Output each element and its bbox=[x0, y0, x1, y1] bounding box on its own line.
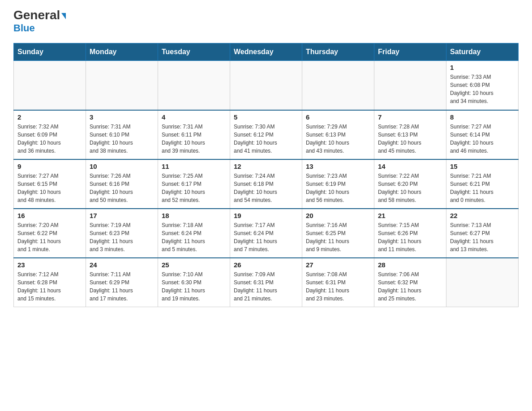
calendar-cell bbox=[14, 61, 86, 110]
day-number: 18 bbox=[162, 212, 226, 219]
calendar-header-friday: Friday bbox=[374, 43, 446, 61]
calendar-cell: 12Sunrise: 7:24 AM Sunset: 6:18 PM Dayli… bbox=[230, 159, 302, 209]
calendar-cell bbox=[374, 61, 446, 110]
calendar-cell: 18Sunrise: 7:18 AM Sunset: 6:24 PM Dayli… bbox=[158, 209, 230, 258]
calendar-cell: 3Sunrise: 7:31 AM Sunset: 6:10 PM Daylig… bbox=[86, 110, 158, 159]
calendar-cell: 19Sunrise: 7:17 AM Sunset: 6:24 PM Dayli… bbox=[230, 209, 302, 258]
day-number: 1 bbox=[450, 64, 515, 71]
day-number: 24 bbox=[90, 261, 154, 269]
calendar-week-row: 16Sunrise: 7:20 AM Sunset: 6:22 PM Dayli… bbox=[14, 209, 519, 258]
day-info: Sunrise: 7:24 AM Sunset: 6:18 PM Dayligh… bbox=[234, 172, 298, 204]
calendar-cell bbox=[230, 61, 302, 110]
calendar-cell: 11Sunrise: 7:25 AM Sunset: 6:17 PM Dayli… bbox=[158, 159, 230, 209]
day-number: 17 bbox=[90, 212, 154, 219]
day-info: Sunrise: 7:31 AM Sunset: 6:11 PM Dayligh… bbox=[162, 123, 226, 155]
day-info: Sunrise: 7:17 AM Sunset: 6:24 PM Dayligh… bbox=[234, 221, 298, 253]
day-info: Sunrise: 7:18 AM Sunset: 6:24 PM Dayligh… bbox=[162, 221, 226, 253]
day-number: 19 bbox=[234, 212, 298, 219]
day-number: 10 bbox=[90, 163, 154, 170]
calendar-cell: 4Sunrise: 7:31 AM Sunset: 6:11 PM Daylig… bbox=[158, 110, 230, 159]
calendar-cell: 1Sunrise: 7:33 AM Sunset: 6:08 PM Daylig… bbox=[446, 61, 519, 110]
day-number: 3 bbox=[90, 113, 154, 121]
page-header: General Blue bbox=[13, 9, 519, 34]
calendar-cell: 8Sunrise: 7:27 AM Sunset: 6:14 PM Daylig… bbox=[446, 110, 519, 159]
day-info: Sunrise: 7:15 AM Sunset: 6:26 PM Dayligh… bbox=[378, 221, 442, 253]
day-number: 23 bbox=[17, 261, 82, 269]
calendar-header-tuesday: Tuesday bbox=[158, 43, 230, 61]
day-info: Sunrise: 7:30 AM Sunset: 6:12 PM Dayligh… bbox=[234, 123, 298, 155]
day-info: Sunrise: 7:19 AM Sunset: 6:23 PM Dayligh… bbox=[90, 221, 154, 253]
day-info: Sunrise: 7:31 AM Sunset: 6:10 PM Dayligh… bbox=[90, 123, 154, 155]
day-number: 20 bbox=[306, 212, 370, 219]
day-number: 21 bbox=[378, 212, 442, 219]
day-number: 16 bbox=[17, 212, 82, 219]
calendar-cell: 22Sunrise: 7:13 AM Sunset: 6:27 PM Dayli… bbox=[446, 209, 519, 258]
calendar-cell: 14Sunrise: 7:22 AM Sunset: 6:20 PM Dayli… bbox=[374, 159, 446, 209]
day-info: Sunrise: 7:16 AM Sunset: 6:25 PM Dayligh… bbox=[306, 221, 370, 253]
day-number: 2 bbox=[17, 113, 82, 121]
day-info: Sunrise: 7:27 AM Sunset: 6:15 PM Dayligh… bbox=[17, 172, 82, 204]
day-number: 14 bbox=[378, 163, 442, 170]
calendar-week-row: 2Sunrise: 7:32 AM Sunset: 6:09 PM Daylig… bbox=[14, 110, 519, 159]
day-number: 22 bbox=[450, 212, 515, 219]
calendar-table: SundayMondayTuesdayWednesdayThursdayFrid… bbox=[13, 43, 519, 307]
calendar-cell: 2Sunrise: 7:32 AM Sunset: 6:09 PM Daylig… bbox=[14, 110, 86, 159]
calendar-cell: 7Sunrise: 7:28 AM Sunset: 6:13 PM Daylig… bbox=[374, 110, 446, 159]
calendar-header-sunday: Sunday bbox=[14, 43, 86, 61]
day-info: Sunrise: 7:27 AM Sunset: 6:14 PM Dayligh… bbox=[450, 123, 515, 155]
calendar-week-row: 23Sunrise: 7:12 AM Sunset: 6:28 PM Dayli… bbox=[14, 258, 519, 307]
calendar-cell: 23Sunrise: 7:12 AM Sunset: 6:28 PM Dayli… bbox=[14, 258, 86, 307]
day-number: 4 bbox=[162, 113, 226, 121]
day-info: Sunrise: 7:20 AM Sunset: 6:22 PM Dayligh… bbox=[17, 221, 82, 253]
calendar-cell: 17Sunrise: 7:19 AM Sunset: 6:23 PM Dayli… bbox=[86, 209, 158, 258]
day-info: Sunrise: 7:21 AM Sunset: 6:21 PM Dayligh… bbox=[450, 172, 515, 204]
day-number: 13 bbox=[306, 163, 370, 170]
day-number: 5 bbox=[234, 113, 298, 121]
day-number: 7 bbox=[378, 113, 442, 121]
calendar-cell bbox=[302, 61, 374, 110]
day-info: Sunrise: 7:22 AM Sunset: 6:20 PM Dayligh… bbox=[378, 172, 442, 204]
day-number: 12 bbox=[234, 163, 298, 170]
day-number: 27 bbox=[306, 261, 370, 269]
day-number: 6 bbox=[306, 113, 370, 121]
day-info: Sunrise: 7:28 AM Sunset: 6:13 PM Dayligh… bbox=[378, 123, 442, 155]
calendar-cell: 21Sunrise: 7:15 AM Sunset: 6:26 PM Dayli… bbox=[374, 209, 446, 258]
day-info: Sunrise: 7:10 AM Sunset: 6:30 PM Dayligh… bbox=[162, 270, 226, 303]
day-number: 15 bbox=[450, 163, 515, 170]
calendar-cell: 24Sunrise: 7:11 AM Sunset: 6:29 PM Dayli… bbox=[86, 258, 158, 307]
logo-blue: Blue bbox=[13, 22, 35, 34]
calendar-cell: 28Sunrise: 7:06 AM Sunset: 6:32 PM Dayli… bbox=[374, 258, 446, 307]
day-info: Sunrise: 7:26 AM Sunset: 6:16 PM Dayligh… bbox=[90, 172, 154, 204]
calendar-cell: 13Sunrise: 7:23 AM Sunset: 6:19 PM Dayli… bbox=[302, 159, 374, 209]
calendar-cell: 6Sunrise: 7:29 AM Sunset: 6:13 PM Daylig… bbox=[302, 110, 374, 159]
calendar-header-monday: Monday bbox=[86, 43, 158, 61]
calendar-cell: 25Sunrise: 7:10 AM Sunset: 6:30 PM Dayli… bbox=[158, 258, 230, 307]
calendar-header-saturday: Saturday bbox=[446, 43, 519, 61]
day-info: Sunrise: 7:32 AM Sunset: 6:09 PM Dayligh… bbox=[17, 123, 82, 155]
logo: General Blue bbox=[13, 9, 66, 34]
calendar-cell: 9Sunrise: 7:27 AM Sunset: 6:15 PM Daylig… bbox=[14, 159, 86, 209]
calendar-cell: 26Sunrise: 7:09 AM Sunset: 6:31 PM Dayli… bbox=[230, 258, 302, 307]
day-info: Sunrise: 7:25 AM Sunset: 6:17 PM Dayligh… bbox=[162, 172, 226, 204]
day-info: Sunrise: 7:11 AM Sunset: 6:29 PM Dayligh… bbox=[90, 270, 154, 303]
calendar-cell: 15Sunrise: 7:21 AM Sunset: 6:21 PM Dayli… bbox=[446, 159, 519, 209]
calendar-week-row: 1Sunrise: 7:33 AM Sunset: 6:08 PM Daylig… bbox=[14, 61, 519, 110]
day-info: Sunrise: 7:12 AM Sunset: 6:28 PM Dayligh… bbox=[17, 270, 82, 303]
day-info: Sunrise: 7:13 AM Sunset: 6:27 PM Dayligh… bbox=[450, 221, 515, 253]
logo-general: General bbox=[13, 9, 66, 21]
day-info: Sunrise: 7:09 AM Sunset: 6:31 PM Dayligh… bbox=[234, 270, 298, 303]
calendar-cell: 10Sunrise: 7:26 AM Sunset: 6:16 PM Dayli… bbox=[86, 159, 158, 209]
calendar-cell: 27Sunrise: 7:08 AM Sunset: 6:31 PM Dayli… bbox=[302, 258, 374, 307]
day-number: 26 bbox=[234, 261, 298, 269]
calendar-cell bbox=[158, 61, 230, 110]
calendar-header-row: SundayMondayTuesdayWednesdayThursdayFrid… bbox=[14, 43, 519, 61]
day-info: Sunrise: 7:29 AM Sunset: 6:13 PM Dayligh… bbox=[306, 123, 370, 155]
calendar-cell: 16Sunrise: 7:20 AM Sunset: 6:22 PM Dayli… bbox=[14, 209, 86, 258]
calendar-header-thursday: Thursday bbox=[302, 43, 374, 61]
calendar-cell bbox=[86, 61, 158, 110]
day-info: Sunrise: 7:08 AM Sunset: 6:31 PM Dayligh… bbox=[306, 270, 370, 303]
day-info: Sunrise: 7:23 AM Sunset: 6:19 PM Dayligh… bbox=[306, 172, 370, 204]
day-number: 8 bbox=[450, 113, 515, 121]
calendar-cell: 5Sunrise: 7:30 AM Sunset: 6:12 PM Daylig… bbox=[230, 110, 302, 159]
day-info: Sunrise: 7:06 AM Sunset: 6:32 PM Dayligh… bbox=[378, 270, 442, 303]
